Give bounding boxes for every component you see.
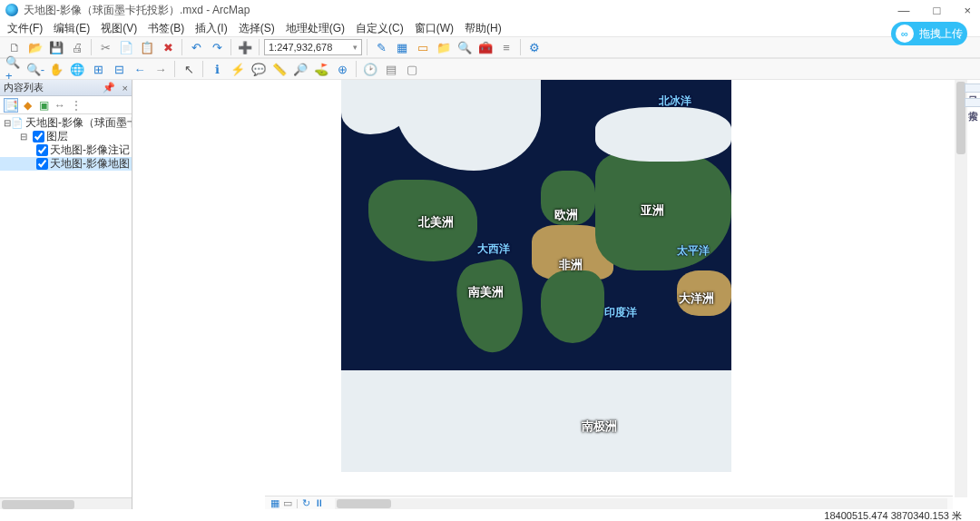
minimize-button[interactable]: —: [895, 4, 914, 17]
menu-file[interactable]: 文件(F): [7, 21, 43, 36]
new-icon[interactable]: 🗋: [5, 38, 24, 56]
select-icon[interactable]: ↖: [180, 60, 198, 78]
label-pacific: 太平洋: [677, 243, 710, 259]
modelbuilder-icon[interactable]: ⚙: [525, 38, 544, 56]
maximize-button[interactable]: □: [930, 4, 945, 17]
menu-help[interactable]: 帮助(H): [465, 21, 502, 36]
toc-close-icon[interactable]: ×: [122, 83, 128, 93]
pan-icon[interactable]: ✋: [47, 60, 65, 78]
goto-xy-icon[interactable]: ⊕: [333, 60, 351, 78]
scale-combo[interactable]: 1:247,932,678 ▾: [264, 39, 362, 55]
tree-root[interactable]: ⊟ 📄 天地图-影像（球面墨卡托投: [0, 116, 132, 130]
zoom-in-icon[interactable]: 🔍+: [5, 60, 24, 78]
upload-button[interactable]: ∞ 拖拽上传: [891, 22, 967, 45]
map-doc-icon: 📄: [11, 117, 24, 129]
full-extent-icon[interactable]: 🌐: [68, 60, 86, 78]
separator: [230, 39, 231, 55]
collapse-icon[interactable]: ⊟: [18, 132, 29, 142]
menubar: 文件(F) 编辑(E) 视图(V) 书签(B) 插入(I) 选择(S) 地理处理…: [0, 20, 980, 36]
scale-value: 1:247,932,678: [269, 42, 332, 53]
open-icon[interactable]: 📂: [26, 38, 44, 56]
menu-view[interactable]: 视图(V): [101, 21, 137, 36]
window-title: 天地图-影像（球面墨卡托投影）.mxd - ArcMap: [24, 3, 250, 18]
right-side-tabs: 目录 搜索: [965, 80, 980, 510]
chevron-down-icon: ▾: [353, 43, 358, 52]
fixed-zoom-out-icon[interactable]: ⊟: [110, 60, 128, 78]
horizontal-scrollbar[interactable]: [335, 498, 947, 509]
menu-custom[interactable]: 自定义(C): [356, 21, 404, 36]
list-by-selection-icon[interactable]: ↔: [53, 98, 67, 113]
label-s-america: 南美洲: [468, 284, 504, 300]
viewer-window-icon[interactable]: ▤: [382, 60, 400, 78]
data-view-icon[interactable]: ▦: [270, 497, 279, 509]
python-icon[interactable]: ≡: [497, 38, 515, 56]
fwd-extent-icon[interactable]: →: [152, 60, 170, 78]
find-route-icon[interactable]: ⛳: [312, 60, 330, 78]
layer-tree: ⊟ 📄 天地图-影像（球面墨卡托投 ⊟ 图层 天地图-影像注记（球 天地图-影像…: [0, 114, 132, 497]
menu-bookmark[interactable]: 书签(B): [148, 21, 184, 36]
toolbox-icon[interactable]: 🧰: [476, 38, 495, 56]
fixed-zoom-in-icon[interactable]: ⊞: [89, 60, 107, 78]
tab-catalog[interactable]: 目录: [965, 84, 981, 93]
delete-icon[interactable]: ✖: [159, 38, 177, 56]
menu-select[interactable]: 选择(S): [239, 21, 275, 36]
list-by-visibility-icon[interactable]: ▣: [36, 98, 51, 113]
list-by-drawing-icon[interactable]: 📑: [4, 98, 18, 113]
options-icon[interactable]: ⋮: [69, 98, 83, 113]
coordinates-readout: 18400515.474 3870340.153 米: [824, 509, 962, 521]
label-indian: 印度洋: [604, 305, 637, 320]
pin-icon[interactable]: 📌: [103, 82, 115, 93]
map-canvas[interactable]: 北冰洋 北美洲 欧洲 亚洲 大西洋 非洲 太平洋 南美洲 大洋洲 印度洋 南极洲: [132, 80, 980, 510]
time-slider-icon[interactable]: 🕑: [361, 60, 379, 78]
layout-view-icon[interactable]: ▭: [283, 497, 292, 509]
scrollbar-thumb[interactable]: [956, 82, 965, 154]
identify-icon[interactable]: ℹ: [208, 60, 226, 78]
toc-horizontal-scrollbar[interactable]: [0, 497, 132, 510]
zoom-out-icon[interactable]: 🔍-: [26, 60, 44, 78]
menu-insert[interactable]: 插入(I): [195, 21, 227, 36]
overview-icon[interactable]: ▢: [403, 60, 421, 78]
tree-layer-anno[interactable]: 天地图-影像注记（球: [0, 143, 132, 157]
separator: [174, 61, 175, 77]
layer-img-label: 天地图-影像地图（球: [50, 156, 132, 172]
save-icon[interactable]: 💾: [47, 38, 65, 56]
pause-icon[interactable]: ⏸: [314, 497, 324, 509]
scrollbar-thumb[interactable]: [2, 500, 74, 509]
measure-icon[interactable]: 📏: [270, 60, 289, 78]
tab-search[interactable]: 搜索: [965, 98, 981, 107]
separator: [367, 39, 368, 55]
collapse-icon[interactable]: ⊟: [4, 118, 11, 128]
layer-checkbox[interactable]: [36, 158, 48, 170]
layer-checkbox[interactable]: [36, 144, 48, 156]
dataframe-checkbox[interactable]: [33, 131, 44, 143]
add-data-icon[interactable]: ➕: [236, 38, 254, 56]
table-icon[interactable]: ▦: [393, 38, 411, 56]
catalog-icon[interactable]: 📁: [435, 38, 453, 56]
menu-geoproc[interactable]: 地理处理(G): [286, 21, 345, 36]
search-icon[interactable]: 🔍: [456, 38, 474, 56]
scrollbar-thumb[interactable]: [337, 499, 391, 508]
back-extent-icon[interactable]: ←: [131, 60, 149, 78]
tree-layer-img[interactable]: 天地图-影像地图（球: [0, 157, 132, 171]
hyperlink-icon[interactable]: ⚡: [229, 60, 247, 78]
separator: [356, 61, 357, 77]
refresh-icon[interactable]: ↻: [302, 497, 310, 509]
undo-icon[interactable]: ↶: [187, 38, 205, 56]
tree-dataframe[interactable]: ⊟ 图层: [0, 130, 132, 143]
redo-icon[interactable]: ↷: [208, 38, 226, 56]
window-controls: — □ ×: [895, 4, 975, 17]
close-button[interactable]: ×: [960, 4, 975, 17]
editor-icon[interactable]: ✎: [372, 38, 390, 56]
label-africa: 非洲: [559, 257, 583, 273]
toolbar-tools: 🔍+ 🔍- ✋ 🌐 ⊞ ⊟ ← → ↖ ℹ ⚡ 💬 📏 🔎 ⛳ ⊕ 🕑 ▤ ▢: [0, 58, 980, 80]
toc-icon[interactable]: ▭: [414, 38, 432, 56]
list-by-source-icon[interactable]: ◆: [20, 98, 34, 113]
menu-window[interactable]: 窗口(W): [415, 21, 454, 36]
html-popup-icon[interactable]: 💬: [250, 60, 268, 78]
cut-icon[interactable]: ✂: [96, 38, 114, 56]
paste-icon[interactable]: 📋: [138, 38, 156, 56]
menu-edit[interactable]: 编辑(E): [54, 21, 90, 36]
print-icon[interactable]: 🖨: [68, 38, 86, 56]
copy-icon[interactable]: 📄: [117, 38, 135, 56]
find-icon[interactable]: 🔎: [291, 60, 309, 78]
